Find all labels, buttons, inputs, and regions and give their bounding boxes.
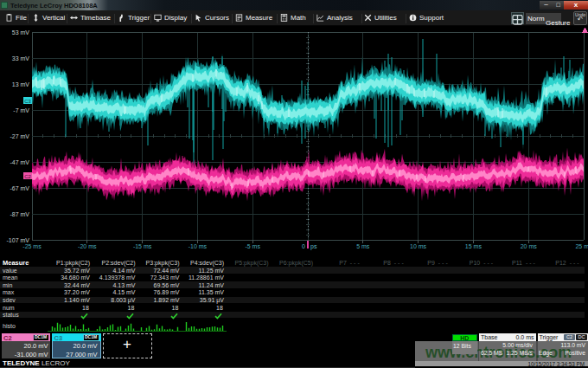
- svg-text:ps: ps: [310, 243, 317, 250]
- svg-text:-7 mV: -7 mV: [13, 107, 29, 113]
- svg-text:C3: C3: [24, 99, 31, 104]
- svg-text:53 mV: 53 mV: [12, 29, 30, 36]
- svg-text:-5 ms: -5 ms: [245, 243, 260, 249]
- svg-text:10 ms: 10 ms: [410, 243, 427, 249]
- svg-text:-10 ms: -10 ms: [189, 243, 208, 249]
- svg-text:C2: C2: [24, 174, 31, 179]
- svg-text:20 ms: 20 ms: [521, 243, 538, 249]
- svg-text:25 ms: 25 ms: [575, 243, 588, 249]
- svg-text:33 mV: 33 mV: [12, 55, 30, 61]
- svg-text:5 ms: 5 ms: [356, 243, 370, 249]
- svg-text:-67 mV: -67 mV: [10, 185, 29, 191]
- svg-text:-47 mV: -47 mV: [10, 159, 29, 165]
- svg-text:0: 0: [302, 243, 305, 249]
- svg-text:-15 ms: -15 ms: [133, 243, 152, 249]
- svg-text:15 ms: 15 ms: [465, 243, 483, 249]
- svg-text:-25 ms: -25 ms: [22, 243, 42, 249]
- svg-text:-107 mV: -107 mV: [7, 237, 30, 243]
- svg-text:-27 mV: -27 mV: [10, 133, 29, 139]
- svg-text:-20 ms: -20 ms: [78, 243, 97, 249]
- svg-text:13 mV: 13 mV: [12, 81, 30, 87]
- svg-text:-87 mV: -87 mV: [10, 211, 29, 217]
